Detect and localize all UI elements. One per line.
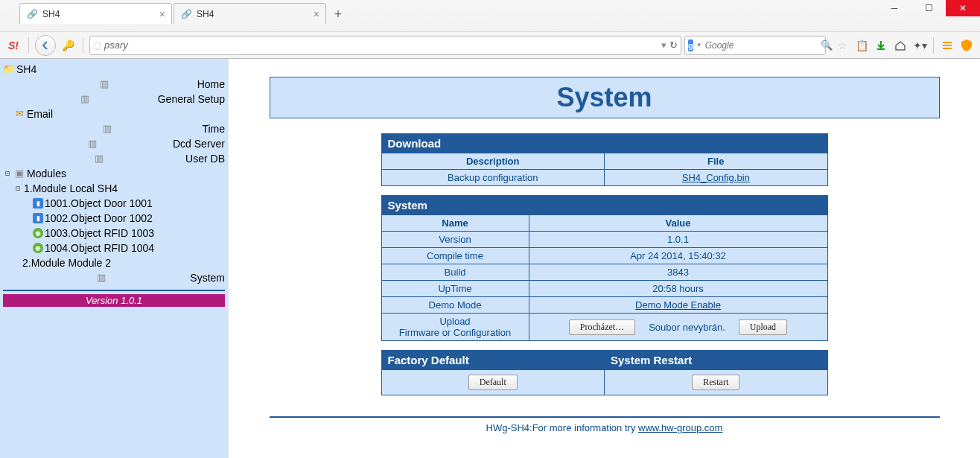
folder-icon: 📁 (3, 63, 15, 75)
column-header: Description (382, 153, 605, 169)
google-icon: g (688, 39, 693, 51)
page-icon: ▥ (13, 123, 200, 135)
sidebar-item-user-db[interactable]: ▥User DB (3, 151, 225, 166)
column-header: File (605, 153, 827, 169)
section-header: Download (382, 134, 827, 153)
footer-link[interactable]: www.hw-group.com (638, 422, 722, 433)
sidebar-item-time[interactable]: ▥Time (3, 121, 225, 136)
browser-tab-1[interactable]: 🔗 SH4 × (19, 3, 172, 24)
page-icon: ▥ (13, 93, 156, 105)
new-tab-button[interactable]: + (328, 4, 349, 24)
row-value: 3843 (529, 264, 827, 280)
menu-icon[interactable] (938, 36, 956, 54)
sidebar-item-module-2[interactable]: 2.Module Module 2 (3, 255, 225, 270)
search-input[interactable] (705, 40, 818, 51)
link-icon: 🔗 (180, 8, 192, 20)
row-name: Demo Mode (382, 297, 529, 313)
dropdown-icon[interactable]: ▾ (661, 39, 666, 51)
separator (83, 37, 83, 54)
section-header: Factory Default (382, 351, 605, 369)
column-header: Name (382, 215, 529, 231)
tab-close-icon[interactable]: × (159, 8, 165, 20)
sidebar-item-modules[interactable]: ⊟▣Modules (3, 166, 225, 181)
row-name: Version (382, 232, 529, 247)
sidebar-item-module-1[interactable]: ⊟1.Module Local SH4 (3, 181, 225, 196)
puzzle-icon[interactable]: ✦▾ (911, 36, 929, 54)
sidebar-item-label: System (190, 270, 225, 285)
row-value: 20:58 hours (529, 281, 827, 296)
sidebar-item-label: 1002.Object Door 1002 (45, 211, 153, 226)
sidebar-item-label: 2.Module Module 2 (22, 255, 111, 270)
sidebar-item-general-setup[interactable]: ▥General Setup (3, 92, 225, 106)
url-bar[interactable]: ◌ ▾ ↻ (89, 36, 681, 55)
download-panel: Download Description File Backup configu… (381, 133, 828, 186)
browse-button[interactable]: Procházet… (569, 319, 635, 335)
browser-navbar: S! 🔑 ◌ ▾ ↻ g ▼ 🔍 ☆ 📋 ✦▾ (0, 31, 980, 58)
download-description: Backup configuration (382, 170, 605, 185)
globe-icon: ◌ (93, 39, 101, 51)
row-value: Apr 24 2014, 15:40:32 (529, 248, 827, 264)
reload-button[interactable]: ↻ (669, 39, 678, 51)
link-icon: 🔗 (26, 8, 38, 20)
home-icon[interactable] (891, 36, 909, 54)
browser-tabs: 🔗 SH4 × 🔗 SH4 × + (0, 1, 980, 24)
demo-mode-link[interactable]: Demo Mode Enable (635, 299, 721, 311)
mail-icon: ✉ (13, 108, 25, 120)
tab-title: SH4 (197, 9, 309, 19)
browser-chrome: ─ ☐ ✕ 🔗 SH4 × 🔗 SH4 × + S! 🔑 ◌ ▾ ↻ (0, 0, 980, 59)
collapse-icon[interactable]: ⊟ (3, 166, 12, 181)
tree-root[interactable]: 📁SH4 (3, 62, 225, 77)
sidebar-item-system[interactable]: ▥System (3, 270, 225, 285)
sidebar-item-home[interactable]: ▥Home (3, 77, 225, 92)
sidebar: 📁SH4 ▥Home ▥General Setup ✉Email ▥Time ▥… (0, 59, 229, 458)
back-button[interactable] (35, 35, 56, 56)
tree-label: SH4 (16, 62, 36, 77)
sidebar-item-door-1001[interactable]: ▮1001.Object Door 1001 (3, 196, 225, 211)
rfid-icon: ◉ (33, 228, 43, 238)
module-icon: ▣ (13, 168, 25, 179)
sidebar-item-rfid-1003[interactable]: ◉1003.Object RFID 1003 (3, 226, 225, 241)
sidebar-item-email[interactable]: ✉Email (3, 106, 225, 121)
page-icon: ▥ (13, 272, 188, 284)
collapse-icon[interactable]: ⊟ (13, 181, 22, 196)
restart-button[interactable]: Restart (692, 375, 739, 390)
clipboard-icon[interactable]: 📋 (853, 36, 871, 54)
nav-tree: 📁SH4 ▥Home ▥General Setup ✉Email ▥Time ▥… (0, 62, 228, 285)
sidebar-item-label: 1.Module Local SH4 (24, 181, 118, 196)
shield-icon[interactable] (958, 36, 976, 54)
sidebar-item-rfid-1004[interactable]: ◉1004.Object RFID 1004 (3, 241, 225, 255)
url-input[interactable] (104, 39, 658, 51)
download-icon[interactable] (872, 36, 890, 54)
key-icon[interactable]: 🔑 (59, 36, 77, 54)
rfid-icon: ◉ (33, 243, 43, 253)
door-icon: ▮ (33, 213, 43, 223)
system-panel: System Name Value Version1.0.1 Compile t… (381, 195, 828, 341)
extension-icon[interactable]: S! (4, 36, 22, 54)
tab-close-icon[interactable]: × (314, 8, 319, 20)
upload-button[interactable]: Upload (739, 319, 787, 335)
upload-row-name: Upload Firmware or Configuration (382, 314, 529, 340)
browser-tab-2[interactable]: 🔗 SH4 × (174, 3, 326, 24)
row-value: 1.0.1 (529, 232, 827, 247)
footer: HWg-SH4:For more information try www.hw-… (270, 422, 940, 433)
search-bar[interactable]: g ▼ 🔍 (684, 36, 826, 55)
download-file-link[interactable]: SH4_Config.bin (682, 172, 750, 183)
section-header: System (382, 196, 827, 214)
sidebar-item-dcd-server[interactable]: ▥Dcd Server (3, 136, 225, 151)
default-button[interactable]: Default (468, 375, 518, 390)
sidebar-item-label: 1001.Object Door 1001 (45, 196, 153, 211)
row-name: Build (382, 264, 529, 280)
sidebar-item-door-1002[interactable]: ▮1002.Object Door 1002 (3, 211, 225, 226)
page-title-text: System (270, 82, 939, 113)
sidebar-separator (3, 290, 225, 291)
dropdown-icon[interactable]: ▼ (696, 42, 702, 48)
page-icon: ▥ (13, 78, 196, 90)
separator (933, 37, 934, 54)
sidebar-item-label: 1003.Object RFID 1003 (45, 226, 154, 241)
sidebar-item-label: User DB (185, 151, 225, 166)
separator (28, 37, 29, 54)
tab-title: SH4 (42, 9, 155, 19)
page-title: System (270, 77, 940, 118)
bookmark-star-icon[interactable]: ☆ (833, 36, 851, 54)
file-status: Soubor nevybrán. (649, 322, 725, 333)
